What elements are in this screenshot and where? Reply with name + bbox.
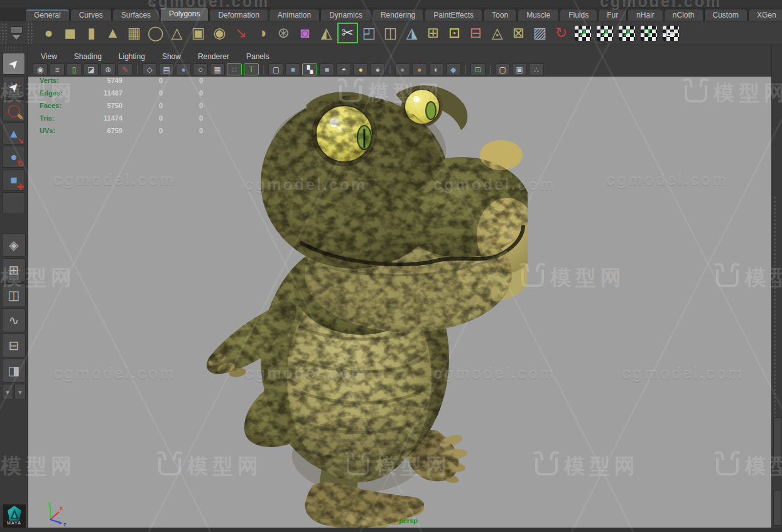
pan-zoom-icon[interactable]: ⊕ <box>100 63 116 75</box>
viewport-canvas[interactable]: Verts: 5749 0 0 Edges: 11487 0 0 Faces: … <box>28 77 771 528</box>
shelf-tab[interactable]: General <box>25 9 70 21</box>
divider[interactable]: ┊ <box>463 64 469 75</box>
viewport-menu-item[interactable]: Renderer <box>198 52 229 61</box>
cut-uv-icon[interactable]: ✂ <box>337 23 358 43</box>
shelf-tab[interactable]: Dynamics <box>320 9 371 21</box>
extrude-icon[interactable]: ◰ <box>359 23 379 43</box>
field-chart-icon[interactable]: ▦ <box>210 63 225 75</box>
plugin-shapes-icon[interactable]: ∴ <box>529 63 544 75</box>
layout-persp-uv[interactable]: ◨ <box>2 359 26 383</box>
quad-draw-icon[interactable]: ⊠ <box>508 23 529 43</box>
shadows-icon[interactable]: ● <box>395 63 410 75</box>
cylindrical-mapping-icon[interactable]: ↗ <box>597 26 613 41</box>
shelf-tab[interactable]: nCloth <box>664 9 703 21</box>
shelf-tab[interactable]: Fur <box>598 9 627 21</box>
subdiv-proxy-icon[interactable]: ◙ <box>295 23 315 43</box>
poly-pipe-icon[interactable]: ▣ <box>188 23 209 43</box>
split-edge-icon[interactable]: ⊟ <box>465 23 486 43</box>
viewport-menu-item[interactable]: View <box>41 52 57 61</box>
layout-persp-outliner[interactable]: ◫ <box>2 283 26 307</box>
bookmark-icon[interactable]: ▯ <box>67 63 82 75</box>
transfer-attributes-icon[interactable]: ▨ <box>529 23 550 43</box>
shelf-tab[interactable]: Deformation <box>209 9 268 21</box>
rotate-tool[interactable]: ● ↻ <box>3 146 25 168</box>
paint-select-tool[interactable]: ◯ ✎ <box>3 99 25 121</box>
divider[interactable]: ┊ <box>387 64 393 75</box>
safe-action-icon[interactable]: ∷ <box>227 63 242 75</box>
resolution-gate-icon[interactable]: ● <box>176 63 191 75</box>
move-tool[interactable]: ▲ ↘ <box>3 122 25 144</box>
shelf-tab[interactable]: XGen <box>748 9 782 21</box>
shelf-selector-button[interactable] <box>10 26 23 34</box>
smooth-shade-icon[interactable]: ■ <box>285 63 300 75</box>
poly-cube-icon[interactable]: ◼ <box>60 23 80 43</box>
uv-editor-icon[interactable]: ▭ <box>663 26 679 41</box>
film-gate-icon[interactable]: ▤ <box>159 63 174 75</box>
poly-platonic-icon[interactable]: ◉ <box>209 23 230 43</box>
image-plane-icon[interactable]: ◪ <box>84 63 99 75</box>
automatic-mapping-icon[interactable]: T <box>641 26 657 41</box>
shelf-tab[interactable]: Custom <box>704 9 747 21</box>
depth-of-field-icon[interactable]: ◆ <box>446 63 461 75</box>
bevel-icon[interactable]: ◮ <box>401 23 422 43</box>
last-tool-slot[interactable] <box>3 192 25 214</box>
separate-icon[interactable]: ◫ <box>380 23 401 43</box>
combine-icon[interactable]: ⊛ <box>273 23 294 43</box>
camera-attributes-icon[interactable]: ≡ <box>50 63 65 75</box>
shelf-tab[interactable]: PaintEffects <box>425 9 482 21</box>
merge-icon[interactable]: ⊞ <box>423 23 443 43</box>
shelf-tab[interactable]: Animation <box>269 9 320 21</box>
xray-active-icon[interactable]: ▣ <box>512 63 527 75</box>
motion-blur-icon[interactable]: ◐ <box>429 63 444 75</box>
right-dock-button-bottom[interactable] <box>773 490 781 526</box>
select-camera-icon[interactable]: ◉ <box>33 63 48 75</box>
viewport-menu-item[interactable]: Lighting <box>119 52 145 61</box>
shelf-tab[interactable]: Polygons <box>160 7 209 21</box>
boolean-icon[interactable]: ◭ <box>316 23 337 43</box>
poly-torus-icon[interactable]: ◯ <box>145 23 166 43</box>
safe-title-icon[interactable]: T <box>244 63 259 75</box>
shelf-tab[interactable]: Toon <box>483 9 517 21</box>
wireframe-icon[interactable]: ▢ <box>268 63 283 75</box>
shelf-drag-handle[interactable] <box>0 21 7 45</box>
viewport-menu-item[interactable]: Shading <box>74 52 102 61</box>
default-lighting-icon[interactable]: ● <box>353 63 368 75</box>
ssao-icon[interactable]: ● <box>412 63 427 75</box>
triangulate-icon[interactable]: ◬ <box>487 23 508 43</box>
scale-tool[interactable]: ■ ✚ <box>3 169 25 191</box>
shelf-tab[interactable]: Rendering <box>372 9 424 21</box>
layout-menu-left[interactable]: ▾ <box>2 384 13 400</box>
default-material-icon[interactable]: ◓ <box>336 63 351 75</box>
grease-pencil-icon[interactable]: ✎ <box>117 63 133 75</box>
shelf-tab[interactable]: Fluids <box>560 9 597 21</box>
viewport-menu-item[interactable]: Show <box>162 52 181 61</box>
smooth-mesh-icon[interactable]: ◑ <box>252 23 273 43</box>
planar-mapping-icon[interactable]: ↗ <box>575 26 591 41</box>
lasso-select-tool[interactable]: ➤ ◌ <box>3 76 25 98</box>
poly-cone-icon[interactable]: ▲ <box>102 23 123 43</box>
spherical-mapping-icon[interactable]: ↗ <box>619 26 635 41</box>
select-tool[interactable]: ➤ <box>3 53 25 75</box>
divider[interactable]: ┊ <box>261 64 266 75</box>
shelf-menu-arrow-icon[interactable] <box>13 35 20 40</box>
xray-icon[interactable]: ▢ <box>495 63 510 75</box>
right-dock-button-top[interactable] <box>773 417 781 462</box>
shelf-tab[interactable]: nHair <box>627 9 663 21</box>
divider[interactable]: ┊ <box>487 64 493 75</box>
flat-lighting-icon[interactable]: ● <box>370 63 385 75</box>
layout-persp-graph[interactable]: ∿ <box>2 308 26 332</box>
spherize-icon[interactable]: ↻ <box>551 23 572 43</box>
layout-hypershade-persp[interactable]: ⊟ <box>2 334 26 357</box>
textured-icon[interactable]: ▚ <box>302 63 317 75</box>
target-weld-icon[interactable]: ⊡ <box>444 23 465 43</box>
shelf-tab[interactable]: Curves <box>70 9 112 21</box>
layout-four-view[interactable]: ⊞ <box>2 258 26 282</box>
gate-mask-icon[interactable]: ○ <box>193 63 208 75</box>
sculpt-tool-icon[interactable]: ↘ <box>231 23 251 43</box>
poly-sphere-icon[interactable]: ● <box>38 23 59 43</box>
grid-icon[interactable]: ◇ <box>142 63 157 75</box>
shelf-tab[interactable]: Muscle <box>518 9 559 21</box>
poly-cylinder-icon[interactable]: ▮ <box>81 23 102 43</box>
poly-plane-icon[interactable]: ▦ <box>124 23 144 43</box>
toolbar-grip[interactable] <box>4 46 24 52</box>
